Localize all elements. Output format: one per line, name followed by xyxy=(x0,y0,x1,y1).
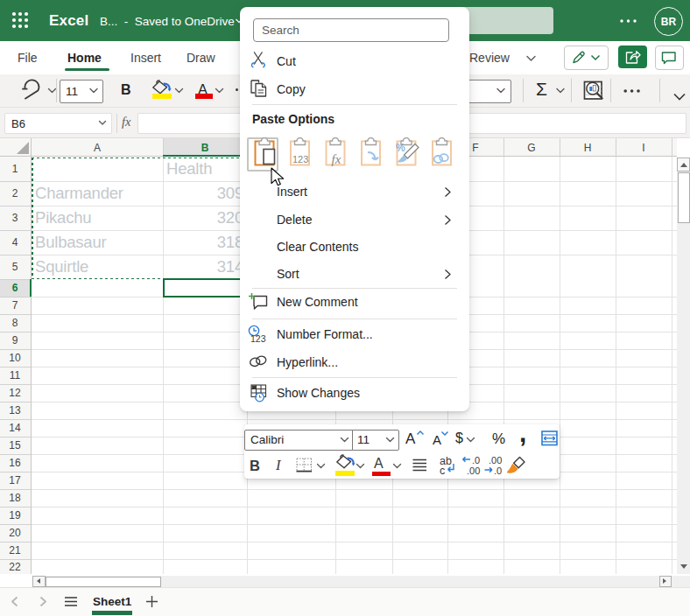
svg-text:%: % xyxy=(396,142,405,154)
svg-text:123: 123 xyxy=(250,333,266,344)
svg-text:c: c xyxy=(440,465,445,475)
svg-text:.00: .00 xyxy=(489,455,502,466)
svg-text:.00: .00 xyxy=(467,466,480,476)
svg-text:123: 123 xyxy=(292,154,308,164)
svg-text:.0: .0 xyxy=(494,466,502,476)
svg-text:fx: fx xyxy=(332,152,341,166)
svg-text:.0: .0 xyxy=(472,455,480,466)
